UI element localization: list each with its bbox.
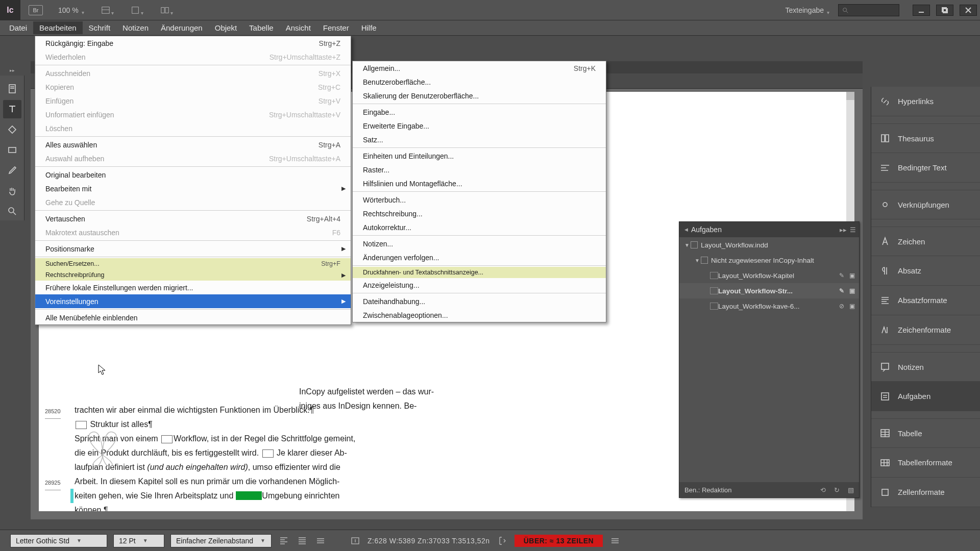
goto-source-item[interactable]: Gehe zu Quelle bbox=[35, 195, 351, 209]
spellcheck-item[interactable]: Rechtschreibprüfung▶ bbox=[35, 269, 351, 281]
status-menu-icon[interactable] bbox=[314, 535, 327, 547]
note-tool-icon[interactable] bbox=[3, 120, 21, 139]
macro-item[interactable]: Makrotext austauschenF6 bbox=[35, 226, 351, 239]
assign-unassigned[interactable]: ▼Nicht zugewiesener InCopy-Inhalt bbox=[679, 253, 859, 268]
panel-cell-styles[interactable]: Zellenformate bbox=[871, 478, 980, 507]
edit-with-item[interactable]: Bearbeiten mit▶ bbox=[35, 182, 351, 195]
edit-original-item[interactable]: Original bearbeiten bbox=[35, 168, 351, 182]
type-tool-icon[interactable] bbox=[3, 100, 21, 118]
deselect-item[interactable]: Auswahl aufhebenStrg+Umschalttaste+A bbox=[35, 152, 351, 165]
menu-object[interactable]: Objekt bbox=[209, 21, 243, 34]
prefs-spelling[interactable]: Rechtschreibung... bbox=[353, 207, 606, 220]
eyedropper-tool-icon[interactable] bbox=[3, 161, 21, 180]
menu-help[interactable]: Hilfe bbox=[355, 21, 383, 34]
depth-icon[interactable] bbox=[496, 535, 508, 547]
panel-notes[interactable]: Notizen bbox=[871, 352, 980, 382]
align-left-icon[interactable] bbox=[278, 535, 290, 547]
zoom-tool-icon[interactable] bbox=[3, 202, 21, 220]
toolbox-toggle-icon[interactable]: ▸▸ bbox=[0, 66, 24, 74]
assign-item[interactable]: Layout_Workflow-Str...✎▣ bbox=[679, 283, 859, 298]
prefs-grid[interactable]: Raster... bbox=[353, 163, 606, 177]
font-family-select[interactable]: Letter Gothic Std▼ bbox=[10, 534, 107, 547]
menu-table[interactable]: Tabelle bbox=[243, 21, 280, 34]
undo-item[interactable]: Rückgängig: EingabeStrg+Z bbox=[35, 36, 351, 50]
preferences-item[interactable]: Voreinstellungen▶ bbox=[35, 294, 351, 308]
info-icon[interactable] bbox=[349, 535, 361, 547]
position-tool-icon[interactable] bbox=[3, 141, 21, 159]
align-justify-icon[interactable] bbox=[296, 535, 308, 547]
prefs-input[interactable]: Eingabe... bbox=[353, 105, 606, 119]
menu-changes[interactable]: Änderungen bbox=[155, 21, 209, 34]
maximize-button[interactable] bbox=[936, 5, 953, 16]
zoom-level[interactable]: 100 % bbox=[58, 6, 87, 14]
menu-edit[interactable]: Bearbeiten bbox=[33, 21, 83, 34]
swap-item[interactable]: VertauschenStrg+Alt+4 bbox=[35, 212, 351, 226]
assign-doc[interactable]: ▼Layout_Workflow.indd bbox=[679, 237, 859, 253]
prefs-dictionary[interactable]: Wörterbuch... bbox=[353, 193, 606, 207]
panel-hyperlinks[interactable]: Hyperlinks bbox=[871, 87, 980, 116]
prefs-composition[interactable]: Satz... bbox=[353, 133, 606, 146]
panel-para-styles[interactable]: Absatzformate bbox=[871, 286, 980, 315]
update-icon[interactable]: ⟲ bbox=[820, 486, 826, 494]
hand-tool-icon[interactable] bbox=[3, 182, 21, 200]
prefs-notes[interactable]: Notizen... bbox=[353, 237, 606, 251]
package-icon[interactable]: ▧ bbox=[848, 486, 854, 494]
migrate-item[interactable]: Frühere lokale Einstellungen werden migr… bbox=[35, 281, 351, 294]
prefs-display[interactable]: Anzeigeleistung... bbox=[353, 278, 606, 292]
panel-menu-icon[interactable]: ☰ bbox=[850, 226, 856, 234]
prefs-ui[interactable]: Benutzeroberfläche... bbox=[353, 75, 606, 89]
panel-links[interactable]: Verknüpfungen bbox=[871, 190, 980, 219]
menu-window[interactable]: Fenster bbox=[317, 21, 355, 34]
arrange-icon[interactable] bbox=[101, 6, 116, 15]
prefs-advinput[interactable]: Erweiterte Eingabe... bbox=[353, 119, 606, 133]
prefs-trackchanges[interactable]: Änderungen verfolgen... bbox=[353, 251, 606, 264]
close-button[interactable] bbox=[960, 5, 977, 16]
panel-conditional[interactable]: Bedingter Text bbox=[871, 153, 980, 183]
bridge-icon[interactable]: Br bbox=[29, 5, 43, 15]
paste-item[interactable]: EinfügenStrg+V bbox=[35, 94, 351, 108]
font-size-select[interactable]: 12 Pt▼ bbox=[113, 534, 164, 547]
prefs-guides[interactable]: Hilfslinien und Montagefläche... bbox=[353, 177, 606, 190]
position-marker-item[interactable]: Positionsmarke▶ bbox=[35, 242, 351, 256]
prefs-units[interactable]: Einheiten und Einteilungen... bbox=[353, 149, 606, 163]
document-tool-icon[interactable] bbox=[3, 80, 21, 98]
viewmode-icon[interactable] bbox=[160, 6, 176, 15]
copy-item[interactable]: KopierenStrg+C bbox=[35, 80, 351, 94]
selectall-item[interactable]: Alles auswählenStrg+A bbox=[35, 138, 351, 152]
assign-item[interactable]: Layout_Workflow-Kapitel✎▣ bbox=[679, 268, 859, 283]
status-menu2-icon[interactable] bbox=[609, 535, 621, 547]
panel-paragraph[interactable]: Absatz bbox=[871, 256, 980, 286]
panel-table[interactable]: Tabelle bbox=[871, 418, 980, 448]
prefs-galley[interactable]: Druckfahnen- und Textabschnittsanzeige..… bbox=[353, 267, 606, 278]
find-item[interactable]: Suchen/Ersetzen...Strg+F bbox=[35, 258, 351, 269]
panel-char-styles[interactable]: Zeichenformate bbox=[871, 315, 980, 345]
menu-type[interactable]: Schrift bbox=[83, 21, 117, 34]
workspace-switcher[interactable]: Texteingabe bbox=[785, 6, 832, 14]
search-input[interactable] bbox=[838, 4, 899, 16]
menu-file[interactable]: Datei bbox=[3, 21, 33, 34]
prefs-uiscale[interactable]: Skalierung der Benutzeroberfläche... bbox=[353, 89, 606, 103]
show-all-menus-item[interactable]: Alle Menübefehle einblenden bbox=[35, 311, 351, 324]
prefs-filehandling[interactable]: Dateihandhabung... bbox=[353, 294, 606, 308]
screenmode-icon[interactable] bbox=[131, 6, 146, 15]
leading-select[interactable]: Einfacher Zeilenabstand▼ bbox=[170, 534, 272, 547]
panel-character[interactable]: Zeichen bbox=[871, 227, 980, 256]
redo-item[interactable]: WiederholenStrg+Umschalttaste+Z bbox=[35, 50, 351, 64]
panel-assignments[interactable]: Aufgaben bbox=[871, 382, 980, 411]
menu-notes[interactable]: Notizen bbox=[116, 21, 155, 34]
assign-item[interactable]: Layout_Workflow-kave-6...⊘▣ bbox=[679, 298, 859, 314]
cut-item[interactable]: AusschneidenStrg+X bbox=[35, 66, 351, 80]
delete-item[interactable]: Löschen bbox=[35, 121, 351, 135]
assignments-header[interactable]: ◀Aufgaben ▸▸☰ bbox=[679, 222, 859, 237]
expand-icon[interactable]: ▸▸ bbox=[840, 226, 847, 234]
prefs-autocorrect[interactable]: Autokorrektur... bbox=[353, 220, 606, 234]
minimize-button[interactable] bbox=[913, 5, 930, 16]
panel-thesaurus[interactable]: Thesaurus bbox=[871, 123, 980, 153]
overset-indicator: ÜBER: ≈ 13 ZEILEN bbox=[514, 535, 603, 547]
paste-unf-item[interactable]: Unformatiert einfügenStrg+Umschalttaste+… bbox=[35, 108, 351, 121]
refresh-icon[interactable]: ↻ bbox=[834, 486, 840, 494]
menu-view[interactable]: Ansicht bbox=[280, 21, 317, 34]
prefs-general[interactable]: Allgemein...Strg+K bbox=[353, 61, 606, 75]
prefs-clipboard[interactable]: Zwischenablageoptionen... bbox=[353, 308, 606, 322]
panel-table-styles[interactable]: Tabellenformate bbox=[871, 448, 980, 478]
